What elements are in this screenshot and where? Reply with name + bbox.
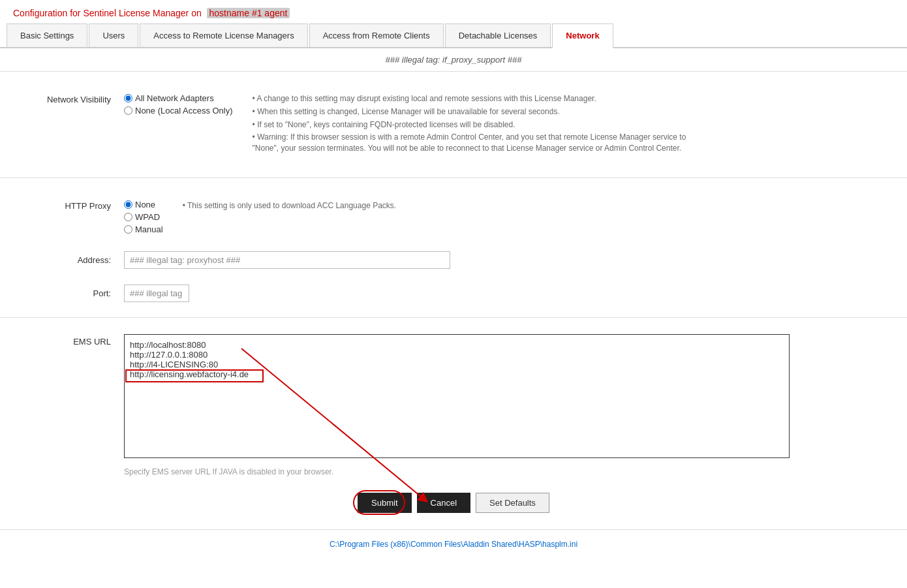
radio-all-adapters[interactable]: All Network Adapters [124,93,233,103]
radio-proxy-manual[interactable]: Manual [124,224,163,234]
tabs-container: Basic Settings Users Access to Remote Li… [0,23,907,48]
tab-network[interactable]: Network [552,23,613,48]
http-proxy-section: HTTP Proxy None WPAD Manual [0,178,907,318]
http-proxy-label: HTTP Proxy [20,200,124,211]
tab-basic-settings[interactable]: Basic Settings [7,23,87,47]
radio-none-local[interactable]: None (Local Access Only) [124,106,233,116]
ems-label: EMS URL [20,334,124,347]
page-header: Configuration for Sentinel License Manag… [0,0,907,23]
footer: C:\Program Files (x86)\Common Files\Alad… [0,530,907,559]
set-defaults-button[interactable]: Set Defaults [476,493,549,513]
network-visibility-label: Network Visibility [20,93,124,104]
ems-url-section: EMS URL http://localhost:8080 http://127… [0,318,907,529]
port-input[interactable] [124,285,189,302]
tab-detachable-licenses[interactable]: Detachable Licenses [445,23,551,47]
port-row: Port: [20,279,887,307]
network-visibility-options: All Network Adapters None (Local Access … [124,93,233,116]
address-label: Address: [20,255,124,265]
buttons-row: Submit Cancel Set Defaults [20,483,887,523]
network-visibility-info: A change to this setting may disrupt exi… [253,93,709,156]
content-area: ### illegal tag: if_proxy_support ### Ne… [0,48,907,559]
cancel-button[interactable]: Cancel [417,493,470,513]
radio-proxy-wpad[interactable]: WPAD [124,212,163,222]
tab-access-remote-clients[interactable]: Access from Remote Clients [309,23,444,47]
http-proxy-info: • This setting is only used to download … [183,200,397,210]
address-input[interactable] [124,251,450,269]
tab-users[interactable]: Users [89,23,138,47]
header-title: Configuration for Sentinel License Manag… [13,8,202,18]
submit-button[interactable]: Submit [358,493,411,513]
illegal-tag-banner: ### illegal tag: if_proxy_support ### [0,48,907,72]
address-row: Address: [20,246,887,274]
ems-textarea[interactable]: http://localhost:8080 http://127.0.0.1:8… [124,334,790,458]
port-label: Port: [20,288,124,298]
radio-proxy-none[interactable]: None [124,200,163,209]
network-visibility-section: Network Visibility All Network Adapters … [0,72,907,178]
tab-access-remote-managers[interactable]: Access to Remote License Managers [140,23,307,47]
hostname: hostname #1 agent [207,8,290,18]
http-proxy-options: None WPAD Manual [124,200,163,234]
ems-info: Specify EMS server URL If JAVA is disabl… [124,464,887,476]
footer-path-link[interactable]: C:\Program Files (x86)\Common Files\Alad… [330,540,577,549]
